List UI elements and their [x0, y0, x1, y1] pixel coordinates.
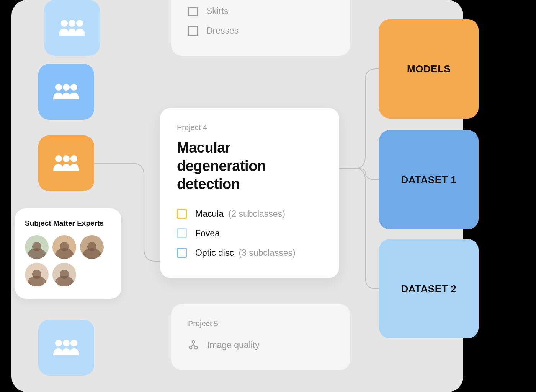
block-models[interactable]: MODELS	[379, 19, 479, 119]
team-tile-1[interactable]	[44, 0, 100, 56]
svg-point-11	[70, 340, 77, 346]
class-name: Optic disc	[195, 248, 234, 258]
svg-point-3	[55, 84, 62, 91]
block-dataset-1[interactable]: DATASET 1	[379, 130, 479, 229]
block-dataset-2[interactable]: DATASET 2	[379, 239, 479, 338]
block-label: DATASET 1	[401, 174, 456, 186]
class-row: Macula (2 subclasses)	[177, 204, 322, 224]
class-subclasses: (2 subclasses)	[229, 209, 285, 219]
class-swatch	[177, 209, 187, 219]
block-label: DATASET 2	[401, 283, 456, 295]
project-card-bottom[interactable]: Project 5 Image quality	[171, 304, 350, 370]
svg-point-15	[190, 346, 192, 349]
svg-point-6	[55, 155, 62, 162]
class-row: Image quality	[188, 335, 333, 355]
avatar[interactable]	[25, 263, 49, 286]
experts-avatars	[25, 235, 111, 286]
class-row: Fovea	[177, 224, 322, 243]
project-title: Macular degeneration detection	[177, 139, 322, 194]
class-row: Skirts	[188, 2, 333, 21]
experts-title: Subject Matter Experts	[25, 219, 111, 228]
class-name: Image quality	[207, 340, 260, 350]
class-row: Optic disc (3 subclasses)	[177, 243, 322, 263]
quality-icon	[188, 340, 199, 350]
class-name: Skirts	[206, 6, 229, 16]
svg-point-0	[61, 20, 68, 27]
svg-point-9	[55, 340, 62, 346]
avatar[interactable]	[25, 235, 49, 259]
svg-point-14	[192, 341, 195, 343]
block-label: MODELS	[407, 63, 451, 75]
group-icon	[57, 19, 87, 37]
diagram-canvas: Subject Matter Experts Image quality Dan…	[11, 0, 463, 392]
class-subclasses: (3 subclasses)	[239, 248, 295, 258]
avatar[interactable]	[52, 263, 76, 286]
svg-point-8	[70, 155, 77, 162]
class-swatch	[177, 228, 187, 238]
group-icon	[52, 83, 81, 101]
svg-point-16	[195, 346, 198, 349]
svg-point-2	[76, 20, 83, 27]
group-icon	[52, 338, 81, 357]
team-tile-2[interactable]	[38, 64, 94, 120]
project-card-main[interactable]: Project 4 Macular degeneration detection…	[160, 108, 339, 278]
svg-point-5	[70, 84, 77, 91]
svg-point-1	[69, 20, 75, 27]
class-name: Macula	[195, 209, 224, 219]
project-label: Project 4	[177, 123, 322, 132]
class-name: Fovea	[195, 228, 220, 238]
class-swatch	[188, 26, 198, 36]
project-card-top[interactable]: Image quality Danger Skirts Dresses	[171, 0, 350, 56]
team-tile-3[interactable]	[38, 135, 94, 191]
class-row: Dresses	[188, 21, 333, 41]
svg-point-7	[63, 155, 70, 162]
avatar[interactable]	[80, 235, 104, 259]
connector-main-blocks	[339, 57, 385, 302]
svg-point-4	[63, 84, 70, 91]
class-name: Dresses	[206, 26, 239, 36]
class-swatch	[188, 7, 198, 16]
team-tile-4[interactable]	[38, 320, 94, 376]
experts-card[interactable]: Subject Matter Experts	[15, 208, 121, 299]
project-label: Project 5	[188, 319, 333, 328]
class-swatch	[177, 248, 187, 258]
avatar[interactable]	[52, 235, 76, 259]
svg-point-10	[63, 340, 70, 346]
group-icon	[52, 154, 81, 172]
